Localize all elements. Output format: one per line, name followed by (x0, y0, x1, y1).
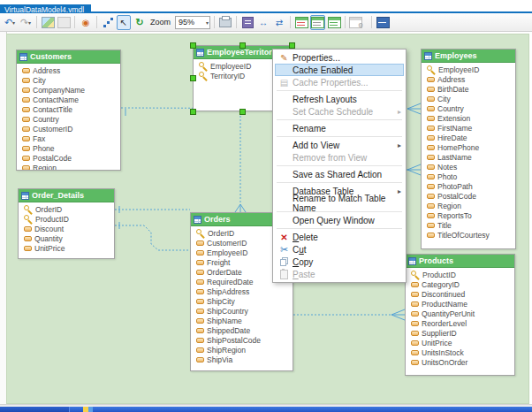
field-row[interactable]: SupplierID (406, 328, 514, 338)
export-image-button[interactable] (41, 15, 55, 30)
taskbar[interactable] (0, 407, 532, 412)
field-row[interactable]: ReportsTo (422, 210, 515, 220)
undo-dropdown-icon[interactable]: ▾ (12, 19, 15, 26)
table-view-compact-button[interactable] (294, 15, 308, 30)
menu-item-open-query-window[interactable]: Open Query Window (275, 214, 404, 226)
field-row[interactable]: Address (17, 65, 120, 75)
form-view-button[interactable] (240, 15, 255, 30)
zoom-select[interactable]: 95% ▾ (175, 16, 210, 29)
field-row[interactable]: Discount (19, 224, 114, 233)
field-row[interactable]: OrderID (19, 204, 114, 214)
menu-item-copy[interactable]: Copy (275, 256, 404, 268)
field-row[interactable]: EmployeeID (422, 65, 515, 74)
selection-handle[interactable] (239, 42, 246, 49)
field-row[interactable]: ProductName (406, 299, 514, 309)
field-row[interactable]: ReorderLevel (406, 318, 514, 328)
menu-item-save-as-shared-action[interactable]: Save as Shared Action (275, 168, 404, 180)
field-row[interactable]: UnitPrice (406, 338, 514, 347)
table-header[interactable]: Products (406, 255, 514, 268)
selection-handle[interactable] (190, 42, 196, 49)
field-row[interactable]: LastName (422, 152, 515, 162)
field-row[interactable]: UnitPrice (19, 243, 114, 253)
menu-item-refresh-layouts[interactable]: Refresh Layouts (275, 93, 404, 105)
field-row[interactable]: Quantity (19, 233, 114, 243)
menu-item-cache-properties[interactable]: ▤Cache Properties... (275, 76, 404, 88)
field-row[interactable]: ProductID (19, 214, 114, 224)
field-row[interactable]: CompanyName (17, 85, 120, 95)
field-row[interactable]: HireDate (422, 133, 515, 142)
selection-handle[interactable] (190, 75, 196, 81)
field-row[interactable]: City (422, 94, 515, 103)
auto-size-button[interactable]: ⇄ (272, 15, 286, 30)
field-row[interactable]: Photo (422, 172, 515, 181)
table-header[interactable]: Employees (422, 50, 515, 63)
field-row[interactable]: TitleOfCourtesy (422, 230, 515, 240)
field-row[interactable]: HomePhone (422, 142, 515, 152)
field-row[interactable]: City (17, 75, 120, 85)
field-row[interactable]: UnitsInStock (406, 347, 514, 357)
menu-item-cut[interactable]: ✂Cut (275, 243, 404, 256)
field-row[interactable]: Extension (422, 113, 515, 123)
field-row[interactable]: ShipCountry (191, 306, 293, 316)
field-row[interactable]: Region (422, 201, 515, 210)
table-products[interactable]: ProductsProductIDCategoryIDDiscontinuedP… (405, 254, 515, 376)
menu-item-add-to-view[interactable]: Add to View▸ (275, 139, 404, 151)
selection-handle[interactable] (239, 109, 246, 115)
menu-item-set-cache-schedule[interactable]: Set Cache Schedule▸ (275, 105, 404, 118)
menu-item-properties[interactable]: ✎Properties... (275, 51, 404, 64)
select-table-button[interactable] (376, 15, 390, 30)
table-view-standard-button[interactable] (310, 15, 325, 30)
field-row[interactable]: ShipName (191, 316, 293, 325)
field-row[interactable]: PhotoPath (422, 181, 515, 191)
field-row[interactable]: ShippedDate (191, 325, 293, 335)
menu-item-cache-enabled[interactable]: Cache Enabled (275, 64, 404, 76)
field-row[interactable]: CategoryID (406, 279, 514, 289)
table-header[interactable]: Customers (17, 50, 120, 64)
field-row[interactable]: Title (422, 220, 515, 230)
field-row[interactable]: BirthDate (422, 84, 515, 94)
select-tool-button[interactable]: ↖ (117, 15, 131, 30)
field-row[interactable]: UnitsOnOrder (406, 357, 514, 367)
field-row[interactable]: FirstName (422, 123, 515, 133)
field-row[interactable]: Address (422, 74, 515, 84)
field-row[interactable]: ContactTitle (17, 104, 120, 114)
field-row[interactable]: Phone (17, 143, 120, 153)
table-employees[interactable]: EmployeesEmployeeIDAddressBirthDateCityC… (421, 49, 516, 249)
field-row[interactable]: ShipVia (191, 355, 293, 364)
field-row[interactable]: Discontinued (406, 289, 514, 299)
selection-handle[interactable] (190, 109, 196, 115)
copy-image-button[interactable] (57, 15, 71, 30)
field-row[interactable]: ProductID (406, 270, 514, 279)
menu-item-delete[interactable]: ✕Delete (275, 231, 404, 243)
field-row[interactable]: Region (17, 163, 120, 171)
overview-button[interactable]: ◉ (79, 15, 93, 30)
field-row[interactable]: PostalCode (422, 191, 515, 201)
undo-button[interactable]: ↶▾ (3, 15, 17, 30)
menu-item-rename[interactable]: Rename (275, 122, 404, 134)
table-header[interactable]: Order_Details (19, 189, 114, 202)
field-row[interactable]: ShipPostalCode (191, 335, 293, 345)
menu-item-rename-to-match-table-name[interactable]: Rename to Match Table Name (275, 197, 404, 210)
menu-item-remove-from-view[interactable]: Remove from View (275, 151, 404, 164)
field-row[interactable]: Country (17, 114, 120, 124)
fit-width-button[interactable]: ↔ (256, 15, 270, 30)
field-row[interactable]: ShipRegion (191, 345, 293, 355)
field-row[interactable]: ContactName (17, 95, 120, 104)
field-row[interactable]: ShipCity (191, 296, 293, 306)
table-customers[interactable]: CustomersAddressCityCompanyNameContactNa… (16, 50, 121, 171)
redo-dropdown-icon[interactable]: ▾ (28, 19, 31, 26)
redo-button[interactable]: ↷▾ (19, 15, 33, 30)
refresh-layout-button[interactable]: ↻ (133, 15, 147, 30)
taskbar-app-icon[interactable] (83, 407, 93, 412)
table-settings-button[interactable]: ⚙ (349, 15, 368, 30)
table-view-expanded-button[interactable] (327, 15, 341, 30)
field-row[interactable]: Notes (422, 162, 515, 172)
connector-tool-button[interactable] (101, 15, 115, 30)
print-button[interactable] (218, 15, 232, 30)
field-row[interactable]: CustomerID (17, 124, 120, 134)
field-row[interactable]: Country (422, 103, 515, 113)
table-order_details[interactable]: Order_DetailsOrderIDProductIDDiscountQua… (18, 188, 115, 259)
field-row[interactable]: Fax (17, 134, 120, 143)
menu-item-paste[interactable]: Paste (275, 268, 404, 280)
field-row[interactable]: QuantityPerUnit (406, 309, 514, 318)
